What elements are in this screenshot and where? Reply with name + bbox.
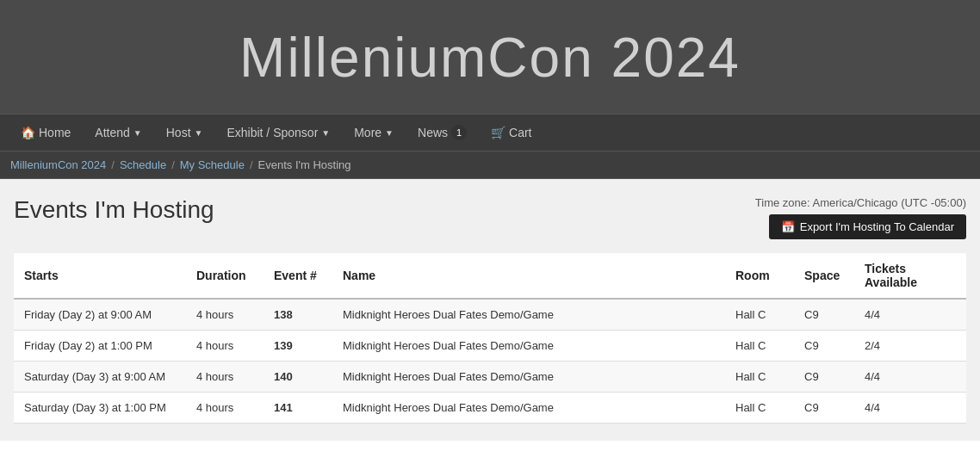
col-header-tickets: Tickets Available: [854, 253, 966, 299]
table-row: Saturday (Day 3) at 9:00 AM4 hours140Mid…: [14, 362, 966, 393]
table-row: Saturday (Day 3) at 1:00 PM4 hours141Mid…: [14, 393, 966, 424]
cell-tickets: 4/4: [854, 362, 966, 393]
cell-starts: Saturday (Day 3) at 1:00 PM: [14, 393, 186, 424]
cell-room: Hall C: [725, 331, 794, 362]
navbar: 🏠 Home Attend ▼ Host ▼ Exhibit / Sponsor…: [0, 114, 980, 152]
cell-event_num: 139: [264, 331, 332, 362]
page-title: Events I'm Hosting: [14, 196, 214, 224]
chevron-down-icon: ▼: [321, 128, 330, 138]
cell-tickets: 4/4: [854, 393, 966, 424]
cell-event_num: 138: [264, 299, 332, 331]
cell-tickets: 2/4: [854, 331, 966, 362]
cell-starts: Friday (Day 2) at 9:00 AM: [14, 299, 186, 331]
nav-exhibit[interactable]: Exhibit / Sponsor ▼: [214, 114, 342, 152]
breadcrumb-sep-1: /: [171, 158, 175, 171]
cell-room: Hall C: [725, 393, 794, 424]
breadcrumb-sep-0: /: [111, 158, 115, 171]
chevron-down-icon: ▼: [133, 128, 142, 138]
breadcrumb-item-0[interactable]: MilleniumCon 2024: [10, 158, 106, 171]
col-header-room: Room: [725, 253, 794, 299]
breadcrumb-item-1[interactable]: Schedule: [120, 158, 166, 171]
nav-host[interactable]: Host ▼: [154, 114, 215, 152]
col-header-event-num: Event #: [264, 253, 332, 299]
nav-more-label: More: [354, 126, 381, 139]
cell-tickets: 4/4: [854, 299, 966, 331]
cell-event_num: 140: [264, 362, 332, 393]
table-header: Starts Duration Event # Name Room Space …: [14, 253, 966, 299]
cell-duration: 4 hours: [186, 393, 264, 424]
cell-duration: 4 hours: [186, 362, 264, 393]
nav-cart-label: Cart: [509, 126, 531, 139]
page-header-row: Events I'm Hosting Time zone: America/Ch…: [14, 196, 966, 239]
nav-attend[interactable]: Attend ▼: [83, 114, 153, 152]
nav-more[interactable]: More ▼: [342, 114, 406, 152]
breadcrumb-sep-2: /: [250, 158, 253, 171]
col-header-space: Space: [794, 253, 854, 299]
table-row: Friday (Day 2) at 1:00 PM4 hours139Midkn…: [14, 331, 966, 362]
nav-attend-label: Attend: [95, 126, 129, 139]
cell-space: C9: [794, 331, 854, 362]
calendar-icon: 📅: [781, 220, 795, 233]
events-table: Starts Duration Event # Name Room Space …: [14, 253, 966, 424]
page-header-right: Time zone: America/Chicago (UTC -05:00) …: [755, 196, 966, 239]
export-button[interactable]: 📅 Export I'm Hosting To Calendar: [769, 214, 966, 239]
cell-duration: 4 hours: [186, 331, 264, 362]
cell-duration: 4 hours: [186, 299, 264, 331]
cell-name: Midknight Heroes Dual Fates Demo/Game: [332, 393, 725, 424]
cell-room: Hall C: [725, 362, 794, 393]
nav-news-label: News: [418, 126, 448, 139]
col-header-duration: Duration: [186, 253, 264, 299]
nav-home[interactable]: 🏠 Home: [9, 114, 83, 152]
site-header: MilleniumCon 2024: [0, 0, 980, 114]
cell-space: C9: [794, 393, 854, 424]
cell-name: Midknight Heroes Dual Fates Demo/Game: [332, 362, 725, 393]
nav-host-label: Host: [166, 126, 191, 139]
nav-exhibit-label: Exhibit / Sponsor: [226, 126, 318, 139]
home-icon: 🏠: [21, 126, 35, 139]
col-header-starts: Starts: [14, 253, 186, 299]
cell-starts: Friday (Day 2) at 1:00 PM: [14, 331, 186, 362]
cell-event_num: 141: [264, 393, 332, 424]
cell-space: C9: [794, 362, 854, 393]
nav-cart[interactable]: 🛒 Cart: [479, 114, 543, 152]
timezone-text: Time zone: America/Chicago (UTC -05:00): [755, 196, 966, 209]
breadcrumb-item-2[interactable]: My Schedule: [180, 158, 245, 171]
main-content: Events I'm Hosting Time zone: America/Ch…: [0, 179, 980, 441]
cell-name: Midknight Heroes Dual Fates Demo/Game: [332, 331, 725, 362]
chevron-down-icon: ▼: [195, 128, 203, 138]
cell-space: C9: [794, 299, 854, 331]
site-title: MilleniumCon 2024: [0, 26, 980, 90]
breadcrumb-item-3: Events I'm Hosting: [258, 158, 351, 171]
nav-home-label: Home: [39, 126, 71, 139]
nav-news[interactable]: News 1: [406, 114, 479, 152]
cell-room: Hall C: [725, 299, 794, 331]
cell-name: Midknight Heroes Dual Fates Demo/Game: [332, 299, 725, 331]
table-body: Friday (Day 2) at 9:00 AM4 hours138Midkn…: [14, 299, 966, 424]
table-row: Friday (Day 2) at 9:00 AM4 hours138Midkn…: [14, 299, 966, 331]
breadcrumb: MilleniumCon 2024 / Schedule / My Schedu…: [0, 152, 980, 179]
news-badge: 1: [451, 125, 467, 140]
cell-starts: Saturday (Day 3) at 9:00 AM: [14, 362, 186, 393]
cart-icon: 🛒: [491, 126, 506, 139]
col-header-name: Name: [332, 253, 725, 299]
export-label: Export I'm Hosting To Calendar: [800, 220, 954, 233]
chevron-down-icon: ▼: [385, 128, 394, 138]
